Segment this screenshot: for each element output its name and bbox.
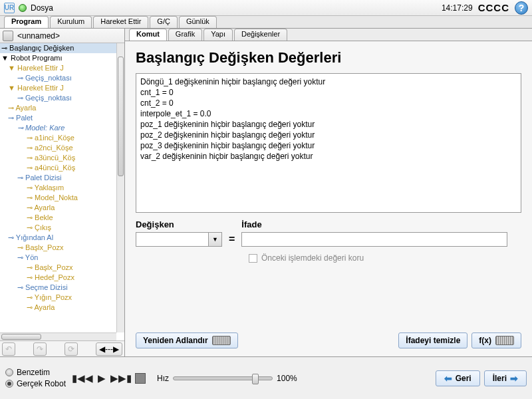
program-tree[interactable]: ⊸ Başlangıç Değişken▼ Robot Programı▼ Ha… — [0, 43, 116, 332]
main-tabs: ProgramKurulumHareket EttirG/ÇGünlük — [0, 16, 532, 28]
tree-node[interactable]: ⊸ Geçiş_noktası — [0, 73, 116, 83]
simulation-label: Benzetim — [17, 368, 50, 377]
tree-node[interactable]: ⊸ a4üncü_Köş — [0, 163, 116, 173]
tree-node[interactable]: ⊸ Ayarla — [0, 203, 116, 213]
init-values-area[interactable]: Döngü_1 değişkeninin hiçbir başlangıç de… — [136, 73, 521, 213]
play-button[interactable]: ▶ — [93, 371, 110, 386]
speed-slider[interactable] — [173, 376, 273, 380]
tree-node[interactable]: ⊸ Başlx_Pozx — [0, 243, 116, 253]
equals-sign: = — [229, 233, 235, 247]
tree-node[interactable]: ⊸ Ayarla — [0, 103, 116, 113]
keep-previous-checkbox[interactable] — [249, 254, 257, 263]
sub-tab-grafik[interactable]: Grafik — [168, 29, 202, 41]
status-led-icon — [19, 4, 27, 12]
fx-button[interactable]: f(x) — [471, 332, 521, 348]
keyboard-icon — [212, 336, 231, 345]
speed-value: 100% — [277, 374, 297, 383]
stop-button[interactable] — [132, 371, 149, 386]
redo-button[interactable]: ↷ — [33, 342, 47, 356]
expression-input[interactable] — [241, 232, 507, 247]
tree-node[interactable]: ⊸ Palet Dizisi — [0, 173, 116, 183]
undo-button[interactable]: ↶ — [2, 342, 15, 356]
clock: 14:17:29 — [442, 3, 473, 13]
tree-node[interactable]: ⊸ Ayarla — [0, 303, 116, 313]
program-filename: <unnamed> — [17, 31, 60, 41]
main-tab-g/ç[interactable]: G/Ç — [150, 16, 178, 28]
sub-tab-yapı[interactable]: Yapı — [203, 29, 233, 41]
tree-node[interactable]: ⊸ Hedef_Pozx — [0, 273, 116, 283]
main-tab-program[interactable]: Program — [4, 16, 49, 28]
real-robot-radio[interactable] — [5, 380, 13, 388]
tree-node[interactable]: ⊸ Yön — [0, 253, 116, 263]
tree-node[interactable]: ⊸ a1inci_Köşe — [0, 133, 116, 143]
tree-node[interactable]: ⊸ Palet — [0, 113, 116, 123]
main-tab-günlük[interactable]: Günlük — [179, 16, 217, 28]
tree-node[interactable]: ▼ Robot Programı — [0, 53, 116, 63]
back-button[interactable]: ⬅Geri — [436, 370, 480, 386]
tree-node[interactable]: ⊸ Model: Kare — [0, 123, 116, 133]
tree-node[interactable]: ⊸ Başlangıç Değişken — [0, 43, 116, 53]
tree-node[interactable]: ⊸ Bekle — [0, 213, 116, 223]
skip-fwd-button[interactable]: ▶▶▮ — [112, 371, 130, 386]
program-tree-panel: <unnamed> ⊸ Başlangıç Değişken▼ Robot Pr… — [0, 29, 125, 356]
clear-expression-button[interactable]: İfadeyi temizle — [398, 332, 467, 348]
speed-label: Hız — [157, 374, 169, 383]
keep-previous-label: Önceki işlemdeki değeri koru — [261, 253, 364, 263]
top-menubar: UR Dosya 14:17:29 CCCC ? — [0, 0, 532, 16]
tree-node[interactable]: ⊸ Seçme Dizisi — [0, 283, 116, 293]
reload-button[interactable]: ⟳ — [65, 342, 78, 356]
tree-node[interactable]: ⊸ Yığından Al — [0, 233, 116, 243]
main-tab-hareket ettir[interactable]: Hareket Ettir — [93, 16, 148, 28]
tree-node[interactable]: ⊸ Geçiş_noktası — [0, 93, 116, 103]
tree-node[interactable]: ⊸ a2nci_Köşe — [0, 143, 116, 153]
rename-button[interactable]: Yeniden Adlandır — [136, 332, 238, 348]
real-robot-label: Gerçek Robot — [17, 379, 66, 388]
main-tab-kurulum[interactable]: Kurulum — [50, 16, 92, 28]
keyboard-icon — [495, 336, 514, 345]
expression-label: İfade — [241, 219, 507, 229]
tree-node[interactable]: ⊸ Model_Nokta — [0, 193, 116, 203]
sub-tab-değişkenler[interactable]: Değişkenler — [234, 29, 287, 41]
skip-back-button[interactable]: ▮◀◀ — [74, 371, 91, 386]
next-button[interactable]: İleri➡ — [484, 370, 527, 386]
cccc-label: CCCC — [478, 2, 509, 13]
tree-node[interactable]: ⊸ Çıkış — [0, 223, 116, 233]
help-icon[interactable]: ? — [515, 1, 528, 15]
bottom-bar: Benzetim Gerçek Robot ▮◀◀ ▶ ▶▶▮ Hız 100%… — [0, 356, 532, 399]
move-node-control[interactable]: ◀---▶ — [96, 342, 122, 356]
file-menu[interactable]: Dosya — [31, 3, 53, 13]
tree-node[interactable]: ⊸ Yaklaşım — [0, 183, 116, 193]
tree-node[interactable]: ⊸ a3üncü_Köş — [0, 153, 116, 163]
save-icon[interactable] — [3, 31, 13, 41]
sub-tabs: KomutGrafikYapıDeğişkenler — [125, 29, 532, 41]
simulation-radio[interactable] — [5, 368, 13, 376]
ur-logo-icon: UR — [4, 3, 15, 13]
tree-scrollbar-horizontal[interactable] — [0, 332, 116, 340]
tree-node[interactable]: ▼ Hareket Ettir J — [0, 83, 116, 93]
variable-label: Değişken — [136, 219, 222, 229]
variable-combo-dropdown[interactable]: ▼ — [209, 232, 222, 247]
panel-title: Başlangıç Değişken Değerleri — [136, 49, 521, 66]
tree-node[interactable]: ⊸ Yığın_Pozx — [0, 293, 116, 303]
tree-node[interactable]: ▼ Hareket Ettir J — [0, 63, 116, 73]
tree-scrollbar-vertical[interactable] — [116, 43, 124, 332]
variable-combo-input[interactable] — [136, 232, 209, 247]
sub-tab-komut[interactable]: Komut — [129, 29, 167, 41]
tree-node[interactable]: ⊸ Başlx_Pozx — [0, 263, 116, 273]
